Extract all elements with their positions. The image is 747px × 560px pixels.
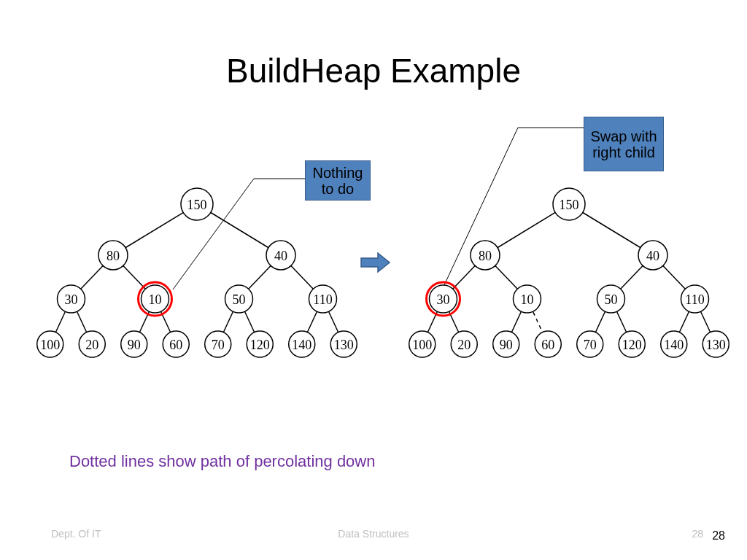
tree-node: 40	[638, 241, 667, 270]
arrow-icon	[357, 248, 394, 277]
tree-node: 110	[681, 285, 709, 313]
tree-right: 150804030105011010020906070120140130	[394, 182, 744, 372]
tree-node: 50	[225, 285, 253, 313]
tree-node: 30	[430, 285, 457, 313]
tree-node: 30	[58, 285, 85, 313]
tree-node: 50	[597, 285, 625, 313]
tree-node: 20	[451, 331, 477, 357]
tree-node-label: 40	[274, 249, 287, 263]
tree-node: 120	[247, 331, 273, 357]
tree-node-label: 80	[479, 249, 492, 263]
tree-node: 40	[266, 241, 295, 270]
tree-node-label: 30	[65, 292, 78, 307]
tree-node: 90	[493, 331, 519, 357]
page-number: 28	[712, 529, 725, 542]
tree-node-label: 120	[250, 338, 270, 352]
tree-node: 150	[553, 188, 585, 220]
tree-node-label: 50	[233, 292, 246, 307]
tree-node: 130	[703, 331, 729, 357]
tree-node-label: 120	[622, 338, 642, 352]
tree-node-label: 130	[334, 338, 354, 352]
callout-swap-text: Swap with right child	[589, 128, 659, 160]
tree-node: 150	[181, 188, 213, 220]
tree-node-label: 10	[521, 292, 534, 307]
footer-right-gray: 28	[692, 528, 703, 540]
tree-node: 130	[330, 331, 357, 357]
callout-swap: Swap with right child	[584, 117, 664, 171]
tree-node-label: 140	[292, 338, 311, 352]
tree-node: 60	[163, 331, 189, 357]
tree-node-label: 40	[646, 249, 659, 263]
tree-node: 20	[79, 331, 105, 357]
tree-node-label: 150	[560, 198, 579, 212]
tree-node-label: 130	[706, 338, 726, 352]
caption: Dotted lines show path of percolating do…	[69, 452, 375, 471]
tree-node-label: 10	[149, 292, 162, 307]
tree-node-label: 100	[412, 338, 432, 352]
tree-node-label: 90	[128, 338, 141, 352]
tree-node-label: 90	[500, 338, 513, 352]
tree-node-label: 20	[457, 338, 471, 352]
tree-node: 100	[37, 331, 63, 357]
tree-node: 70	[205, 331, 231, 357]
tree-node-label: 80	[107, 249, 120, 263]
tree-node-label: 20	[85, 338, 98, 352]
tree-node: 60	[535, 331, 561, 357]
tree-node: 10	[142, 285, 169, 313]
tree-node: 100	[409, 331, 436, 357]
tree-node-label: 150	[187, 198, 207, 212]
tree-node-label: 30	[437, 292, 450, 307]
slide-title: BuildHeap Example	[0, 51, 747, 90]
tree-node-label: 60	[541, 338, 554, 352]
tree-node: 140	[289, 331, 315, 357]
tree-node: 140	[661, 331, 687, 357]
tree-node: 120	[619, 331, 645, 357]
tree-node: 80	[471, 241, 500, 270]
tree-node-label: 140	[664, 338, 684, 352]
tree-node: 110	[309, 285, 337, 313]
tree-node: 80	[98, 241, 128, 270]
tree-left: 150804030105011010020906070120140130	[22, 182, 372, 372]
tree-node: 90	[121, 331, 147, 357]
tree-node-label: 110	[685, 292, 704, 307]
tree-node-label: 70	[212, 338, 225, 352]
tree-node-label: 60	[169, 338, 182, 352]
footer-center: Data Structures	[0, 528, 747, 540]
tree-node-label: 50	[605, 292, 618, 307]
tree-node: 70	[577, 331, 603, 357]
tree-node-label: 100	[40, 338, 60, 352]
tree-node-label: 70	[584, 338, 597, 352]
tree-node-label: 110	[313, 292, 332, 307]
tree-node: 10	[514, 285, 541, 313]
